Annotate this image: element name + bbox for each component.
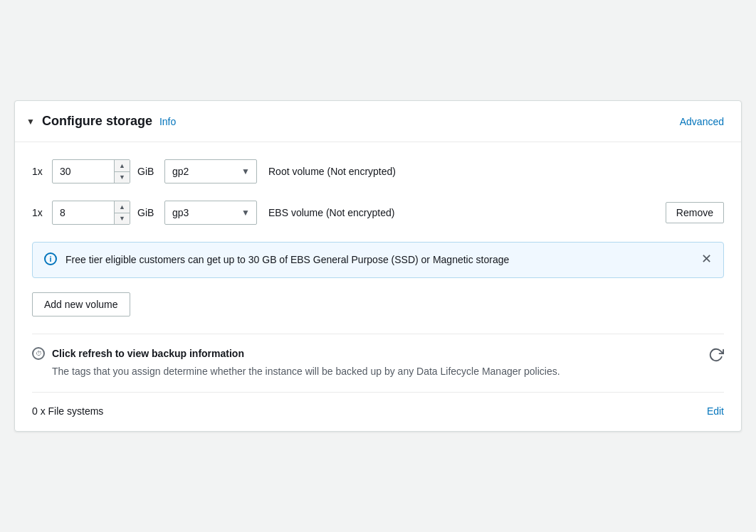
backup-description: The tags that you assign determine wheth… (32, 364, 708, 379)
volume-row-2: 1x ▲ ▼ GiB gp2 gp3 io1 io2 sc1 st1 stand… (32, 201, 724, 225)
refresh-button[interactable] (708, 347, 724, 366)
volume-size-wrapper-1: ▲ ▼ (52, 159, 130, 183)
spinner-2: ▲ ▼ (114, 201, 130, 224)
volume-row-1: 1x ▲ ▼ GiB gp2 gp3 io1 io2 sc1 st1 stand… (32, 159, 724, 183)
collapse-icon[interactable]: ▼ (26, 117, 35, 127)
spinner-up-1[interactable]: ▲ (115, 160, 130, 172)
spinner-down-2[interactable]: ▼ (115, 213, 130, 225)
info-banner-text: Free tier eligible customers can get up … (65, 252, 693, 267)
header-left: ▼ Configure storage Info (26, 114, 176, 129)
volume-type-select-2[interactable]: gp2 gp3 io1 io2 sc1 st1 standard (164, 201, 257, 225)
card-header: ▼ Configure storage Info Advanced (15, 101, 741, 142)
page-title: Configure storage (42, 114, 152, 129)
info-banner: i Free tier eligible customers can get u… (32, 242, 724, 278)
info-banner-icon: i (44, 252, 57, 265)
volume-multiplier-2: 1x (32, 207, 45, 218)
configure-storage-card: ▼ Configure storage Info Advanced 1x ▲ ▼… (14, 100, 742, 432)
clock-icon: ⏱ (32, 347, 45, 360)
backup-header: ⏱ Click refresh to view backup informati… (32, 347, 708, 360)
volume-type-wrapper-2: gp2 gp3 io1 io2 sc1 st1 standard ▼ (164, 201, 257, 225)
add-new-volume-button[interactable]: Add new volume (32, 292, 130, 316)
spinner-1: ▲ ▼ (114, 160, 130, 183)
volume-description-1: Root volume (Not encrypted) (268, 166, 396, 177)
volume-unit-2: GiB (137, 207, 157, 218)
volume-size-wrapper-2: ▲ ▼ (52, 201, 130, 225)
backup-title: Click refresh to view backup information (52, 348, 244, 359)
info-link[interactable]: Info (159, 116, 176, 127)
backup-section-inner: ⏱ Click refresh to view backup informati… (32, 347, 708, 379)
volume-type-select-1[interactable]: gp2 gp3 io1 io2 sc1 st1 standard (164, 159, 257, 183)
add-volume-wrapper: Add new volume (32, 292, 724, 334)
volume-description-2: EBS volume (Not encrypted) (268, 207, 394, 218)
info-banner-close-button[interactable]: ✕ (701, 252, 712, 265)
filesystems-label: 0 x File systems (32, 405, 103, 417)
card-body: 1x ▲ ▼ GiB gp2 gp3 io1 io2 sc1 st1 stand… (15, 142, 741, 431)
edit-filesystems-link[interactable]: Edit (707, 405, 724, 417)
volume-type-wrapper-1: gp2 gp3 io1 io2 sc1 st1 standard ▼ (164, 159, 257, 183)
filesystems-section: 0 x File systems Edit (32, 392, 724, 431)
spinner-up-2[interactable]: ▲ (115, 201, 130, 213)
volume-multiplier-1: 1x (32, 166, 45, 177)
spinner-down-1[interactable]: ▼ (115, 172, 130, 183)
backup-section: ⏱ Click refresh to view backup informati… (32, 334, 724, 392)
advanced-link[interactable]: Advanced (680, 116, 724, 127)
remove-button[interactable]: Remove (666, 202, 724, 223)
volume-unit-1: GiB (137, 166, 157, 177)
